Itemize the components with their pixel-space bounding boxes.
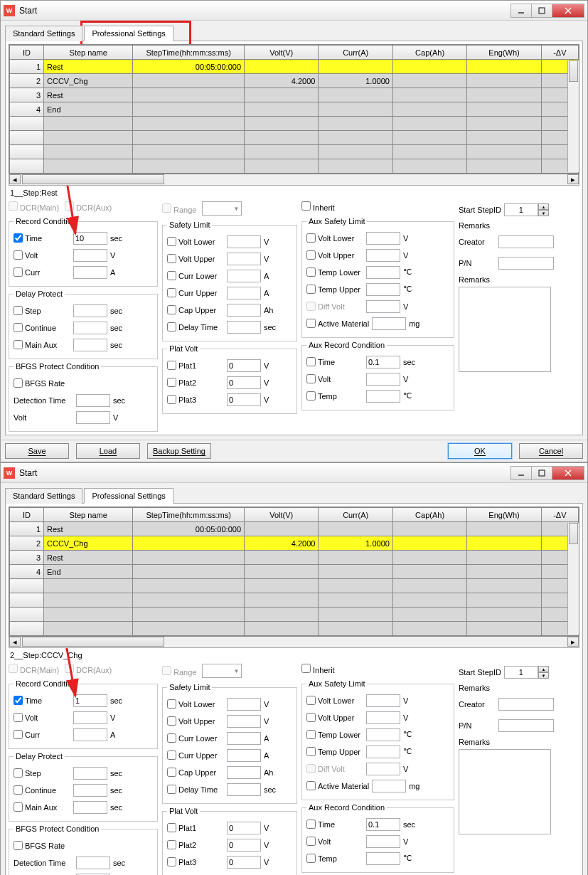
- curr-upper-input[interactable]: [227, 287, 261, 299]
- scroll-left-button[interactable]: ◂: [9, 174, 21, 184]
- table-row[interactable]: 1 Rest 00:05:00:000: [10, 522, 579, 536]
- tab-standard-settings[interactable]: Standard Settings: [5, 26, 82, 41]
- maximize-button[interactable]: [531, 4, 552, 18]
- steps-grid[interactable]: IDStep nameStepTime(hh:mm:ss:ms)Volt(V)C…: [9, 507, 579, 637]
- auxrec-temp-input[interactable]: [366, 852, 400, 865]
- mainaux-checkbox[interactable]: Main Aux: [14, 802, 70, 812]
- start-stepid-stepper[interactable]: ▲▼: [504, 666, 549, 679]
- column-header[interactable]: Step name: [44, 46, 133, 60]
- mainaux-checkbox[interactable]: Main Aux: [14, 340, 70, 349]
- plat2-checkbox[interactable]: Plat2: [167, 840, 224, 849]
- start-stepid-stepper[interactable]: ▲▼: [504, 203, 549, 216]
- aux-volt-upper-input[interactable]: [366, 711, 400, 724]
- auxrec-temp-checkbox[interactable]: Temp: [306, 854, 363, 863]
- volt-upper-checkbox[interactable]: Volt Upper: [167, 254, 224, 263]
- auxrec-volt-input[interactable]: [366, 835, 400, 848]
- mainaux-input[interactable]: [73, 801, 107, 814]
- delay-time-input[interactable]: [227, 321, 261, 334]
- curr-input[interactable]: [73, 728, 107, 741]
- stepper-down-button[interactable]: ▼: [538, 210, 549, 216]
- plat3-input[interactable]: [227, 856, 261, 869]
- diff-volt-input[interactable]: [366, 763, 400, 775]
- inherit-checkbox[interactable]: Inherit: [301, 201, 335, 212]
- diff-volt-checkbox[interactable]: Diff Volt: [306, 764, 363, 773]
- curr-lower-input[interactable]: [227, 270, 261, 282]
- aux-volt-upper-checkbox[interactable]: Volt Upper: [306, 250, 363, 260]
- delay-time-input[interactable]: [227, 783, 261, 796]
- scroll-thumb[interactable]: [569, 523, 578, 544]
- temp-lower-checkbox[interactable]: Temp Lower: [306, 267, 363, 277]
- cancel-button[interactable]: Cancel: [519, 443, 583, 459]
- load-button[interactable]: Load: [76, 443, 140, 459]
- step-checkbox[interactable]: Step: [14, 306, 70, 315]
- curr-checkbox[interactable]: Curr: [14, 730, 70, 739]
- table-row[interactable]: 1 Rest 00:05:00:000: [10, 60, 579, 74]
- diff-volt-input[interactable]: [366, 300, 400, 313]
- time-checkbox[interactable]: Time: [14, 696, 70, 705]
- plat3-input[interactable]: [227, 393, 261, 406]
- column-header[interactable]: StepTime(hh:mm:ss:ms): [133, 508, 245, 522]
- maximize-button[interactable]: [531, 466, 552, 480]
- column-header[interactable]: Cap(Ah): [392, 508, 466, 522]
- aux-volt-lower-input[interactable]: [366, 232, 400, 245]
- stepper-up-button[interactable]: ▲: [538, 203, 549, 210]
- plat1-input[interactable]: [227, 822, 261, 834]
- column-header[interactable]: Curr(A): [319, 508, 392, 522]
- temp-lower-checkbox[interactable]: Temp Lower: [306, 730, 363, 739]
- ok-button[interactable]: OK: [448, 443, 512, 459]
- auxrec-volt-input[interactable]: [366, 373, 400, 386]
- volt-upper-input[interactable]: [227, 715, 261, 728]
- dcr-main-checkbox[interactable]: DCR(Main): [9, 201, 59, 212]
- minimize-button[interactable]: [511, 4, 532, 18]
- column-header[interactable]: Volt(V): [245, 508, 319, 522]
- cap-upper-input[interactable]: [227, 766, 261, 779]
- creator-input[interactable]: [498, 698, 554, 711]
- range-dropdown[interactable]: ▼: [202, 664, 242, 678]
- close-button[interactable]: [552, 466, 584, 480]
- auxrec-time-input[interactable]: [366, 356, 400, 368]
- temp-upper-checkbox[interactable]: Temp Upper: [306, 285, 363, 294]
- column-header[interactable]: Step name: [44, 508, 133, 522]
- bfgs-rate-checkbox[interactable]: BFGS Rate: [14, 378, 70, 388]
- remarks-textarea[interactable]: [459, 749, 551, 834]
- creator-input[interactable]: [498, 235, 554, 248]
- volt-checkbox[interactable]: Volt: [14, 713, 70, 722]
- time-input[interactable]: [73, 694, 107, 707]
- step-input[interactable]: [73, 304, 107, 317]
- plat3-checkbox[interactable]: Plat3: [167, 395, 224, 404]
- volt-checkbox[interactable]: Volt: [14, 250, 70, 260]
- curr-input[interactable]: [73, 266, 107, 279]
- range-checkbox[interactable]: Range: [162, 203, 196, 214]
- temp-upper-checkbox[interactable]: Temp Upper: [306, 747, 363, 756]
- stepper-down-button[interactable]: ▼: [538, 672, 549, 679]
- plat2-input[interactable]: [227, 376, 261, 389]
- auxrec-time-checkbox[interactable]: Time: [306, 820, 363, 829]
- aux-volt-upper-input[interactable]: [366, 249, 400, 262]
- table-row[interactable]: 4 End: [10, 102, 579, 117]
- auxrec-temp-checkbox[interactable]: Temp: [306, 391, 363, 401]
- pn-input[interactable]: [498, 719, 554, 732]
- steps-grid[interactable]: IDStep nameStepTime(hh:mm:ss:ms)Volt(V)C…: [9, 44, 579, 174]
- curr-lower-checkbox[interactable]: Curr Lower: [167, 271, 224, 280]
- temp-upper-input[interactable]: [366, 746, 400, 758]
- aux-volt-lower-checkbox[interactable]: Volt Lower: [306, 696, 363, 705]
- volt-input[interactable]: [73, 711, 107, 724]
- scroll-right-button[interactable]: ▸: [567, 174, 579, 184]
- curr-lower-input[interactable]: [227, 732, 261, 745]
- aux-volt-lower-checkbox[interactable]: Volt Lower: [306, 233, 363, 243]
- column-header[interactable]: Cap(Ah): [392, 46, 466, 60]
- column-header[interactable]: ID: [10, 46, 44, 60]
- scroll-thumb[interactable]: [22, 174, 164, 184]
- temp-lower-input[interactable]: [366, 728, 400, 741]
- temp-lower-input[interactable]: [366, 266, 400, 279]
- plat3-checkbox[interactable]: Plat3: [167, 857, 224, 866]
- pn-input[interactable]: [498, 257, 554, 270]
- tab-professional-settings[interactable]: Professional Settings: [84, 488, 173, 504]
- plat1-input[interactable]: [227, 359, 261, 372]
- inherit-checkbox[interactable]: Inherit: [301, 664, 335, 674]
- active-material-checkbox[interactable]: Active Material: [306, 781, 369, 790]
- continue-checkbox[interactable]: Continue: [14, 785, 70, 795]
- column-header[interactable]: Volt(V): [245, 46, 319, 60]
- horizontal-scrollbar[interactable]: ◂ ▸: [9, 174, 579, 186]
- column-header[interactable]: -ΔV: [541, 46, 578, 60]
